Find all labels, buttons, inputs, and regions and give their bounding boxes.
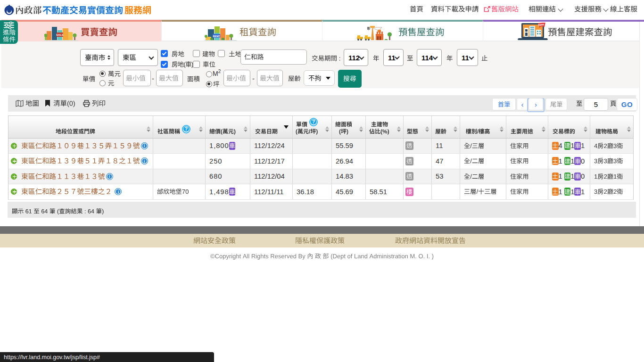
svg-text:SALE: SALE <box>56 33 64 36</box>
svg-text:RENT: RENT <box>213 35 221 38</box>
